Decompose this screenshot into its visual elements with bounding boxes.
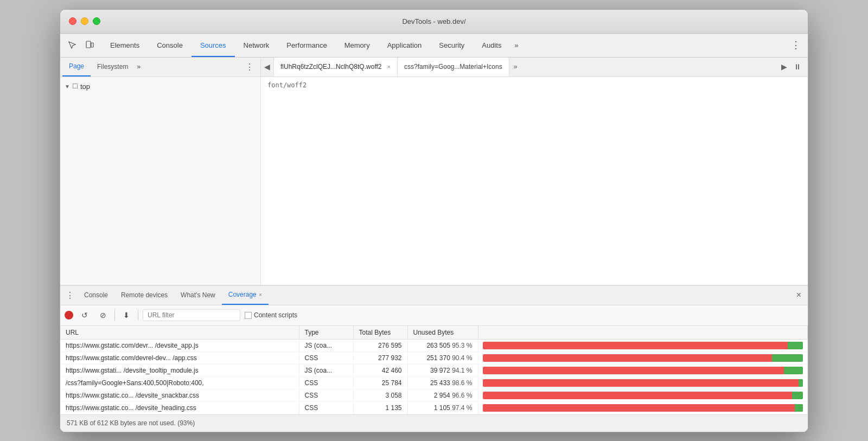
minimize-button[interactable]	[81, 17, 88, 25]
tab-console[interactable]: Console	[148, 34, 192, 57]
window-title: DevTools - web.dev/	[402, 17, 465, 25]
run-script-icon[interactable]: ▶	[779, 61, 789, 72]
pause-icon[interactable]: ⏸	[792, 61, 803, 72]
bottom-dots-icon[interactable]: ⋮	[62, 290, 78, 301]
cell-type: CSS	[299, 351, 353, 364]
file-tab-woff2-close[interactable]: ×	[387, 63, 391, 70]
file-content-label: font/woff2	[267, 81, 307, 89]
bar-used-portion	[772, 354, 803, 362]
cell-bar	[478, 339, 808, 351]
content-scripts-label: Content scripts	[254, 311, 297, 319]
cell-url: https://www.gstatic.co... /devsite_headi…	[60, 401, 299, 414]
table-row[interactable]: https://www.gstatic.co... /devsite_snack…	[60, 389, 808, 401]
col-header-type[interactable]: Type	[299, 326, 353, 340]
tab-audits[interactable]: Audits	[473, 34, 510, 57]
file-tab-woff2-label: flUhRq6tzZclQEJ...NclhQ8tQ.woff2	[280, 63, 382, 71]
coverage-bar	[483, 342, 803, 349]
nav-tabs: Elements Console Sources Network Perform…	[101, 34, 788, 57]
table-row[interactable]: /css?family=Google+Sans:400,500|Roboto:4…	[60, 376, 808, 389]
tree-frame-icon: ☐	[72, 82, 78, 90]
file-tab-more-icon[interactable]: »	[509, 63, 522, 71]
cell-total: 25 784	[353, 376, 407, 389]
bottom-tab-whats-new[interactable]: What's New	[174, 286, 222, 305]
col-header-unused[interactable]: Unused Bytes	[407, 326, 478, 340]
bottom-panel-close-icon[interactable]: ×	[792, 290, 806, 300]
status-text: 571 KB of 612 KB bytes are not used. (93…	[67, 419, 195, 427]
bar-unused-portion	[483, 379, 799, 387]
bottom-tab-coverage[interactable]: Coverage ×	[222, 286, 269, 305]
toolbar-end: ⋮	[788, 37, 803, 53]
coverage-record-button[interactable]	[65, 311, 73, 319]
cell-total: 3 058	[353, 389, 407, 401]
tab-network[interactable]: Network	[235, 34, 278, 57]
coverage-bar	[483, 379, 803, 387]
cell-total: 277 932	[353, 351, 407, 364]
file-tab-woff2[interactable]: flUhRq6tzZclQEJ...NclhQ8tQ.woff2 ×	[274, 57, 398, 76]
cell-type: CSS	[299, 389, 353, 401]
close-button[interactable]	[69, 17, 76, 25]
table-row[interactable]: https://www.gstati... /devsite_tooltip_m…	[60, 364, 808, 376]
coverage-bar	[483, 367, 803, 374]
tab-application[interactable]: Application	[379, 34, 431, 57]
cell-unused: 39 972 94.1 %	[407, 364, 478, 376]
device-toolbar-icon[interactable]	[82, 37, 97, 53]
bar-unused-portion	[483, 367, 784, 374]
file-tab-css[interactable]: css?family=Goog...Material+Icons	[398, 57, 509, 76]
file-tabs-area: ◀ flUhRq6tzZclQEJ...NclhQ8tQ.woff2 × css…	[261, 57, 808, 285]
tree-arrow-icon: ▼	[65, 84, 70, 90]
file-tab-nav-back[interactable]: ◀	[261, 57, 274, 76]
file-tab-end: ▶ ⏸	[779, 61, 808, 72]
cell-bar	[478, 351, 808, 364]
tree-item-top[interactable]: ▼ ☐ top	[60, 81, 260, 92]
maximize-button[interactable]	[93, 17, 100, 25]
svg-rect-1	[91, 43, 93, 47]
bar-used-portion	[795, 404, 803, 412]
tab-performance[interactable]: Performance	[278, 34, 335, 57]
menu-icon[interactable]: ⋮	[788, 37, 803, 53]
content-scripts-checkbox[interactable]	[245, 312, 252, 319]
sources-panel: Page Filesystem » ⋮ ▼ ☐ top ◀	[60, 57, 808, 285]
status-bar: 571 KB of 612 KB bytes are not used. (93…	[60, 414, 808, 432]
table-row[interactable]: https://www.gstatic.com/devrel-dev... /a…	[60, 351, 808, 364]
sidebar-more-tabs-icon[interactable]: »	[135, 63, 143, 71]
inspect-icon[interactable]	[65, 37, 80, 53]
more-tabs-icon[interactable]: »	[510, 41, 522, 49]
tab-elements[interactable]: Elements	[101, 34, 148, 57]
bar-unused-portion	[483, 404, 795, 412]
cell-unused: 1 105 97.4 %	[407, 401, 478, 414]
coverage-bar	[483, 354, 803, 362]
bottom-tab-remote-devices[interactable]: Remote devices	[114, 286, 174, 305]
cell-url: https://www.gstati... /devsite_tooltip_m…	[60, 364, 299, 376]
tab-security[interactable]: Security	[430, 34, 473, 57]
file-content-area: font/woff2	[261, 77, 808, 285]
coverage-separator	[114, 310, 115, 321]
bar-unused-portion	[483, 342, 788, 349]
cell-unused: 2 954 96.6 %	[407, 389, 478, 401]
cell-total: 276 595	[353, 339, 407, 351]
tab-memory[interactable]: Memory	[336, 34, 379, 57]
file-tabs-bar: ◀ flUhRq6tzZclQEJ...NclhQ8tQ.woff2 × css…	[261, 57, 808, 77]
cell-bar	[478, 401, 808, 414]
coverage-reload-button[interactable]: ↺	[78, 308, 92, 322]
cell-type: CSS	[299, 376, 353, 389]
table-row[interactable]: https://www.gstatic.co... /devsite_headi…	[60, 401, 808, 414]
bar-unused-portion	[483, 354, 773, 362]
coverage-url-filter[interactable]	[143, 309, 240, 321]
col-header-total[interactable]: Total Bytes	[353, 326, 407, 340]
sidebar-dots-icon[interactable]: ⋮	[241, 62, 258, 72]
col-header-url[interactable]: URL	[60, 326, 299, 340]
title-bar: DevTools - web.dev/	[60, 10, 808, 34]
coverage-table-header: URL Type Total Bytes Unused Bytes	[60, 326, 808, 340]
tab-sources[interactable]: Sources	[192, 34, 235, 57]
coverage-download-button[interactable]: ⬇	[119, 308, 133, 322]
cell-url: https://www.gstatic.com/devrel-dev... /a…	[60, 351, 299, 364]
sidebar-tab-page[interactable]: Page	[62, 57, 91, 76]
bottom-tab-coverage-close[interactable]: ×	[259, 291, 262, 298]
sources-tree: ▼ ☐ top	[60, 77, 260, 96]
bar-used-portion	[792, 392, 803, 399]
bottom-tab-console[interactable]: Console	[78, 286, 114, 305]
cell-type: CSS	[299, 401, 353, 414]
table-row[interactable]: https://www.gstatic.com/devr... /devsite…	[60, 339, 808, 351]
coverage-stop-button[interactable]: ⊘	[96, 308, 110, 322]
sidebar-tab-filesystem[interactable]: Filesystem	[91, 57, 135, 76]
